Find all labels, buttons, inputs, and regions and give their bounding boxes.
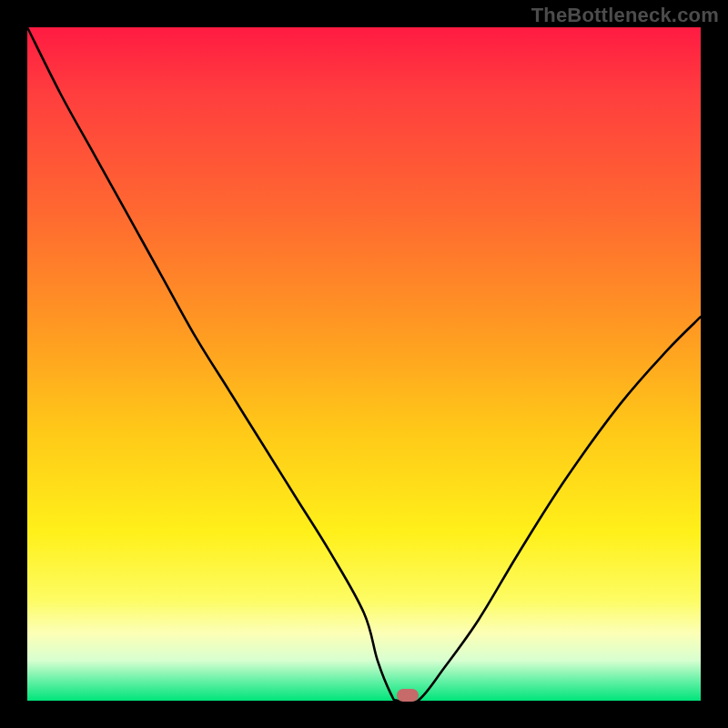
optimum-marker: [397, 689, 419, 702]
curve-path: [27, 27, 701, 703]
plot-area: [27, 27, 701, 701]
bottleneck-curve: [27, 27, 701, 701]
chart-frame: TheBottleneck.com: [0, 0, 728, 728]
watermark-text: TheBottleneck.com: [531, 4, 719, 27]
